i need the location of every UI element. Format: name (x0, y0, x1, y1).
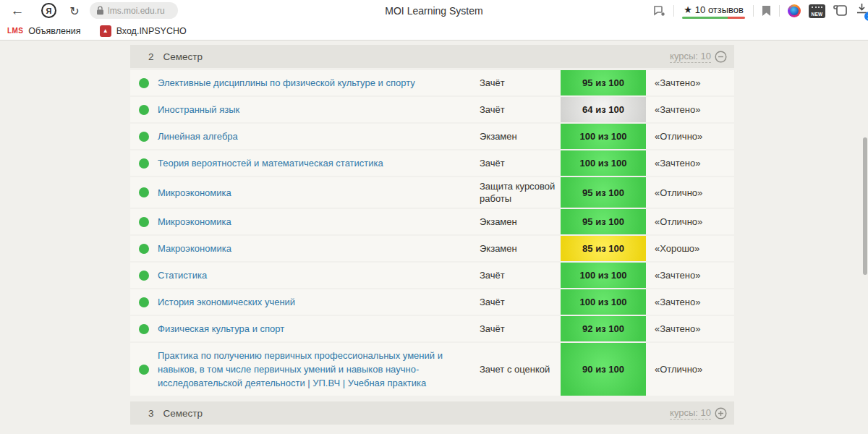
download-icon[interactable]: 2 (856, 2, 868, 20)
score-badge: 95 из 100 (561, 177, 646, 208)
reviews-count: 10 отзывов (695, 4, 744, 15)
semester-number: 3 (148, 408, 154, 419)
score-badge: 100 из 100 (561, 289, 646, 315)
status-dot-icon (130, 217, 158, 227)
status-dot-icon (130, 78, 158, 88)
course-link[interactable]: История экономических учений (158, 289, 470, 315)
courses-count-link[interactable]: курсы: 10 (670, 407, 711, 420)
bookmark-announcements[interactable]: LMS Объявления (7, 26, 81, 36)
course-row: Микроэкономика Экзамен 95 из 100 «Отличн… (130, 209, 734, 236)
grade-text: «Зачтено» (655, 158, 700, 169)
browser-toolbar: ← Я ↻ lms.moi.edu.ru MOI Learning System (0, 0, 868, 22)
course-link[interactable]: Линейная алгебра (158, 124, 470, 149)
assessment-type: Экзамен (480, 127, 557, 145)
assessment-type: Зачёт (480, 101, 557, 119)
reload-icon[interactable]: ↻ (67, 0, 82, 22)
bookmarks-bar: LMS Объявления ▲ Вход.INPSYCHO (0, 22, 868, 40)
score-badge: 85 из 100 (561, 236, 646, 261)
status-dot-icon (130, 132, 158, 142)
tab-title: MOI Learning System (217, 0, 651, 22)
expand-icon[interactable] (715, 407, 727, 420)
url-text: lms.moi.edu.ru (108, 6, 165, 16)
reviews-rating[interactable]: ★ 10 отзывов (682, 2, 745, 20)
assessment-type: Зачёт (480, 320, 557, 338)
bookmark-label: Вход.INPSYCHO (116, 26, 187, 36)
course-row: Иностранный язык Зачёт 64 из 100 «Зачтен… (130, 97, 734, 124)
new-extension-icon[interactable]: NEW (809, 4, 825, 18)
course-row: Микроэкономика Защита курсовой работы 95… (130, 177, 734, 209)
collections-icon[interactable] (833, 4, 848, 17)
semester-number: 2 (148, 51, 154, 62)
score-badge: 90 из 100 (561, 343, 646, 396)
grade-text: «Зачтено» (655, 77, 700, 88)
lock-icon (96, 6, 104, 15)
courses-count-link[interactable]: курсы: 10 (670, 51, 711, 63)
course-link[interactable]: Теория вероятностей и математическая ста… (158, 150, 470, 176)
toolbar-divider (673, 5, 674, 17)
status-dot-icon (130, 105, 158, 115)
toolbar-divider (779, 5, 780, 17)
semester-2-header: 2 Семестр курсы: 10 (130, 45, 734, 68)
score-badge: 92 из 100 (561, 316, 646, 341)
score-badge: 100 из 100 (561, 263, 646, 288)
collapse-icon[interactable] (715, 51, 727, 63)
download-badge: 2 (864, 12, 868, 21)
bookmark-inpsycho[interactable]: ▲ Вход.INPSYCHO (100, 25, 187, 37)
grade-text: «Зачтено» (655, 297, 700, 307)
assessment-type: Экзамен (480, 213, 557, 231)
status-dot-icon (130, 244, 158, 254)
assessment-type: Зачёт (480, 293, 557, 311)
course-link[interactable]: Статистика (158, 263, 470, 288)
grades-table: 2 Семестр курсы: 10 Элективные дисциплин… (130, 45, 734, 425)
status-dot-icon (130, 271, 158, 281)
toolbar-divider (753, 5, 754, 17)
new-extension-label: NEW (812, 12, 823, 18)
rating-bar (682, 17, 745, 19)
browser-chrome: ← Я ↻ lms.moi.edu.ru MOI Learning System (0, 0, 868, 41)
course-row: Элективные дисциплины по физической куль… (130, 70, 734, 97)
status-dot-icon (130, 187, 158, 197)
address-bar[interactable]: lms.moi.edu.ru (90, 2, 178, 19)
course-link[interactable]: Микроэкономика (158, 180, 470, 205)
assessment-type: Зачет с оценкой (480, 360, 557, 378)
score-badge: 95 из 100 (561, 70, 646, 95)
status-dot-icon (130, 297, 158, 307)
course-row: Линейная алгебра Экзамен 100 из 100 «Отл… (130, 124, 734, 150)
course-link[interactable]: Элективные дисциплины по физической куль… (158, 70, 470, 95)
score-badge: 95 из 100 (561, 209, 646, 234)
course-row: Теория вероятностей и математическая ста… (130, 150, 734, 177)
semester-label: Семестр (163, 408, 203, 419)
status-dot-icon (130, 324, 158, 334)
scrollbar[interactable] (863, 137, 867, 275)
status-dot-icon (130, 365, 158, 375)
semester-3-header: 3 Семестр курсы: 10 (130, 401, 734, 425)
course-row: Практика по получению первичных професси… (130, 343, 734, 397)
lms-favicon: LMS (7, 27, 23, 35)
course-row: Статистика Зачёт 100 из 100 «Зачтено» (130, 263, 734, 289)
course-link[interactable]: Иностранный язык (158, 97, 470, 122)
course-link[interactable]: Макроэкономика (158, 236, 470, 261)
lms-page: 2 Семестр курсы: 10 Элективные дисциплин… (0, 41, 868, 434)
score-badge: 100 из 100 (561, 124, 646, 149)
assessment-type: Защита курсовой работы (480, 177, 557, 208)
extension-icon[interactable] (788, 4, 801, 17)
course-row: Физическая культура и спорт Зачёт 92 из … (130, 316, 734, 343)
course-row: История экономических учений Зачёт 100 и… (130, 289, 734, 316)
grade-text: «Отлично» (655, 187, 702, 198)
score-badge: 64 из 100 (561, 97, 646, 122)
course-link[interactable]: Физическая культура и спорт (158, 316, 470, 341)
bookmark-icon[interactable] (762, 5, 771, 17)
back-icon[interactable]: ← (9, 0, 26, 22)
yandex-logo-icon[interactable]: Я (41, 3, 56, 18)
grade-text: «Отлично» (655, 364, 702, 375)
course-link[interactable]: Практика по получению первичных професси… (158, 343, 470, 396)
course-link[interactable]: Микроэкономика (158, 209, 470, 234)
assessment-type: Экзамен (480, 239, 557, 258)
protect-icon[interactable] (652, 5, 665, 17)
grade-text: «Зачтено» (655, 104, 700, 115)
grade-text: «Зачтено» (655, 323, 700, 334)
inpsycho-favicon: ▲ (100, 25, 111, 37)
grade-text: «Хорошо» (655, 243, 699, 254)
bookmark-label: Объявления (28, 26, 80, 36)
status-dot-icon (130, 158, 158, 169)
